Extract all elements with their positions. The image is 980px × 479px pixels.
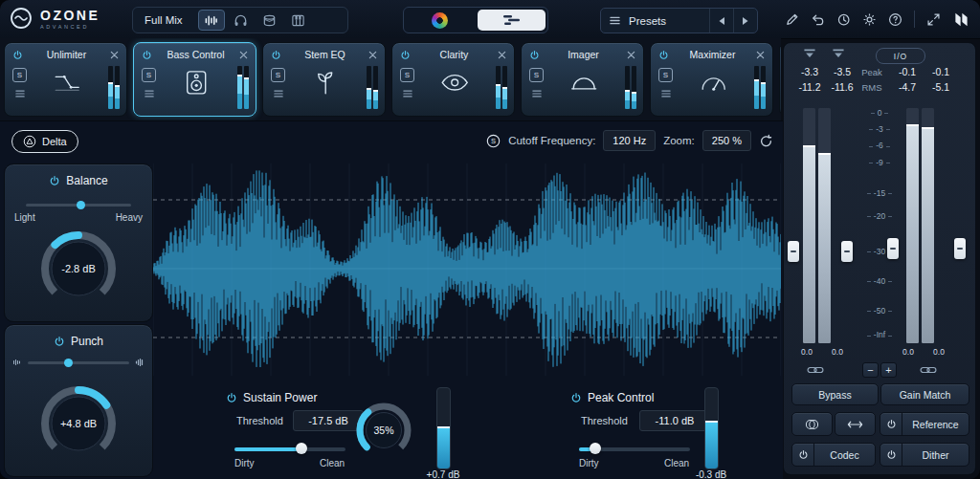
- io-label[interactable]: I/O: [876, 48, 925, 64]
- output-fader-right[interactable]: [954, 238, 966, 259]
- headphones-icon[interactable]: [229, 11, 254, 30]
- solo-circle-icon[interactable]: S: [486, 134, 501, 148]
- module-card[interactable]: Unlimiter S: [4, 42, 127, 117]
- preset-prev-button[interactable]: [709, 9, 733, 33]
- peak-character-slider[interactable]: [579, 443, 690, 454]
- module-close-icon[interactable]: [110, 51, 119, 59]
- module-meter: [625, 66, 636, 109]
- module-solo-button[interactable]: S: [12, 68, 27, 82]
- sustain-slider-handle[interactable]: [296, 443, 307, 454]
- module-close-icon[interactable]: [498, 51, 506, 59]
- module-preset-icon[interactable]: [531, 89, 543, 98]
- peak-slider-handle[interactable]: [590, 443, 601, 454]
- module-preset-icon[interactable]: [660, 89, 672, 98]
- bypass-button[interactable]: Bypass: [791, 383, 879, 405]
- balance-slider-handle[interactable]: [77, 201, 85, 209]
- reference-button[interactable]: Reference: [880, 412, 969, 436]
- module-card[interactable]: Clarity S: [391, 42, 515, 117]
- presets-label[interactable]: Presets: [629, 15, 709, 27]
- input-collapse-icon[interactable]: [803, 49, 816, 58]
- punch-slider-track[interactable]: [28, 361, 129, 364]
- input-fader-left[interactable]: [788, 241, 799, 262]
- output-fader-left[interactable]: [887, 238, 899, 259]
- module-card[interactable]: Imager S: [521, 42, 644, 117]
- module-power-icon[interactable]: [658, 50, 669, 60]
- dither-button[interactable]: Dither: [880, 443, 969, 467]
- module-solo-button[interactable]: S: [529, 68, 544, 82]
- meter-bar: [632, 66, 636, 109]
- undo-icon[interactable]: [811, 12, 825, 27]
- module-preset-icon[interactable]: [273, 89, 284, 98]
- sustain-character-slider[interactable]: [234, 443, 345, 454]
- sustain-power-icon[interactable]: [226, 392, 237, 403]
- punch-power-icon[interactable]: [54, 336, 65, 347]
- punch-slider[interactable]: [28, 358, 129, 367]
- width-arrows-icon: [847, 419, 863, 430]
- module-power-icon[interactable]: [142, 50, 152, 60]
- codec-power-icon[interactable]: [792, 444, 814, 466]
- peak-threshold-value[interactable]: -11.0 dB: [639, 410, 710, 431]
- module-solo-button[interactable]: S: [142, 68, 156, 82]
- loop-icon[interactable]: [759, 134, 773, 148]
- peak-power-icon[interactable]: [570, 392, 582, 403]
- module-preset-icon[interactable]: [144, 89, 155, 98]
- module-power-icon[interactable]: [12, 50, 23, 60]
- io-meter-scale: 0-3-6-9-15-20-30-40-50-Inf: [858, 108, 901, 343]
- module-solo-button[interactable]: S: [400, 68, 414, 82]
- module-close-icon[interactable]: [239, 51, 248, 59]
- help-icon[interactable]: [888, 12, 902, 27]
- gain-decrement-button[interactable]: −: [862, 362, 879, 378]
- input-fader-right[interactable]: [841, 241, 853, 262]
- input-collapse-icon[interactable]: [832, 49, 845, 58]
- punch-slider-handle[interactable]: [64, 359, 73, 367]
- edit-icon[interactable]: [785, 12, 799, 27]
- module-solo-button[interactable]: S: [658, 68, 673, 82]
- input-link-icon[interactable]: [807, 365, 824, 375]
- module-close-icon[interactable]: [627, 51, 635, 59]
- full-mix-waveform-icon[interactable]: [198, 10, 225, 31]
- source-selector[interactable]: Full Mix: [132, 7, 348, 33]
- stereo-mode-button[interactable]: [791, 412, 833, 436]
- dither-power-icon[interactable]: [880, 444, 902, 466]
- module-close-icon[interactable]: [756, 51, 765, 59]
- stereo-width-button[interactable]: [835, 412, 876, 436]
- source-selector-label[interactable]: Full Mix: [133, 14, 196, 26]
- presets-control[interactable]: Presets: [600, 8, 758, 33]
- delta-button[interactable]: Delta: [11, 130, 78, 153]
- preset-next-button[interactable]: [733, 9, 757, 33]
- module-card[interactable]: Stem EQ S: [262, 42, 386, 117]
- piano-icon[interactable]: [286, 11, 311, 30]
- chevron-right-icon: [742, 15, 749, 26]
- balance-slider[interactable]: [26, 200, 131, 209]
- balance-knob[interactable]: -2.8 dB: [39, 229, 118, 308]
- history-icon[interactable]: [836, 12, 851, 27]
- module-preset-icon[interactable]: [14, 89, 26, 98]
- tonal-balance-toggle[interactable]: [406, 10, 474, 31]
- module-close-icon[interactable]: [368, 51, 377, 59]
- detail-view-toggle[interactable]: [478, 10, 546, 31]
- sustain-threshold-value[interactable]: -17.5 dB: [293, 410, 364, 431]
- gain-increment-button[interactable]: +: [880, 362, 897, 378]
- resize-window-icon[interactable]: [926, 12, 941, 27]
- output-link-icon[interactable]: [920, 365, 937, 375]
- drum-icon[interactable]: [257, 11, 282, 30]
- gain-match-button[interactable]: Gain Match: [880, 383, 969, 405]
- codec-button[interactable]: Codec: [791, 443, 876, 467]
- module-side-controls: S: [271, 68, 285, 98]
- module-card[interactable]: Maximizer S: [650, 42, 773, 117]
- zoom-value-box[interactable]: 250 %: [702, 130, 751, 151]
- module-power-icon[interactable]: [529, 50, 540, 60]
- balance-power-icon[interactable]: [49, 175, 60, 186]
- module-power-icon[interactable]: [271, 50, 281, 60]
- module-card[interactable]: S: [779, 42, 781, 117]
- settings-gear-icon[interactable]: [862, 12, 877, 27]
- sustain-amount-knob[interactable]: 35%: [354, 401, 413, 460]
- module-solo-button[interactable]: S: [271, 68, 285, 82]
- meter-bar: [496, 66, 501, 109]
- reference-power-icon[interactable]: [880, 413, 902, 435]
- module-preset-icon[interactable]: [402, 89, 413, 98]
- module-power-icon[interactable]: [400, 50, 411, 60]
- module-card[interactable]: Bass Control S: [133, 42, 256, 117]
- cutoff-value-box[interactable]: 120 Hz: [603, 130, 656, 151]
- punch-knob[interactable]: +4.8 dB: [39, 384, 118, 463]
